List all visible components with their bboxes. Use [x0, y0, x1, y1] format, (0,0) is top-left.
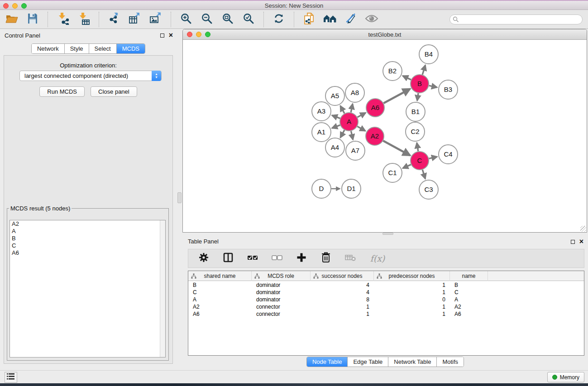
table-tab-network-table[interactable]: Network Table	[388, 357, 437, 367]
column-header-name[interactable]: name	[450, 271, 488, 281]
open-session-button[interactable]	[5, 12, 19, 27]
edge-B-B4[interactable]	[422, 65, 425, 75]
task-history-button[interactable]	[5, 372, 17, 383]
zoom-fit-button[interactable]	[220, 12, 235, 27]
node-A8[interactable]: A8	[345, 83, 364, 102]
edge-A-A6[interactable]	[358, 113, 366, 117]
deselect-all-button[interactable]	[270, 251, 284, 266]
table-row[interactable]: A2connector11A2	[188, 303, 584, 310]
hide-annotations-button[interactable]	[344, 12, 358, 27]
node-C1[interactable]: C1	[383, 163, 402, 182]
node-B3[interactable]: B3	[439, 80, 458, 99]
refresh-button[interactable]	[272, 12, 286, 27]
edge-A2-C[interactable]	[383, 141, 410, 155]
node-C4[interactable]: C4	[439, 145, 458, 164]
table-row[interactable]: Cdominator41C	[188, 289, 584, 296]
edge-B-B1[interactable]	[417, 93, 418, 101]
column-header-successor-nodes[interactable]: successor nodes	[311, 271, 374, 281]
table-tab-edge-table[interactable]: Edge Table	[348, 357, 388, 367]
network-graph[interactable]: AA1A2A3A4A5A6A7A8BB1B2B3B4CC1C2C3C4DD1	[183, 40, 587, 232]
optimization-criterion-select[interactable]: largest connected component (directed) ▲…	[19, 71, 162, 81]
close-panel-button[interactable]: Close panel	[91, 86, 137, 97]
select-all-button[interactable]	[245, 251, 260, 266]
edge-A-A2[interactable]	[357, 126, 365, 131]
function-builder-button-disabled[interactable]: f(x)	[368, 251, 387, 266]
control-tab-style[interactable]: Style	[65, 44, 89, 53]
node-A1[interactable]: A1	[312, 123, 331, 142]
import-network-button[interactable]	[56, 12, 70, 27]
control-tab-mcds[interactable]: MCDS	[117, 44, 145, 53]
export-table-button[interactable]	[128, 12, 142, 27]
node-D[interactable]: D	[312, 179, 331, 198]
export-network-button[interactable]	[107, 12, 121, 27]
mcds-result-item[interactable]: B	[10, 235, 165, 242]
duplicate-network-button[interactable]	[302, 12, 316, 27]
column-header-MCDS-role[interactable]: MCDS role	[252, 271, 311, 281]
edge-A-A4[interactable]	[340, 130, 344, 138]
run-mcds-button[interactable]: Run MCDS	[39, 86, 85, 97]
node-A7[interactable]: A7	[346, 141, 365, 160]
table-settings-button[interactable]	[196, 251, 211, 266]
table-row[interactable]: Adominator80A	[188, 296, 584, 303]
node-C[interactable]: C	[411, 152, 429, 170]
import-table-button[interactable]	[76, 12, 91, 27]
search-input[interactable]	[449, 14, 583, 24]
memory-button[interactable]: Memory	[547, 372, 584, 382]
node-B4[interactable]: B4	[419, 45, 438, 64]
close-table-panel-icon[interactable]: ×	[579, 239, 583, 244]
result-scrollbar[interactable]	[160, 220, 165, 357]
node-C2[interactable]: C2	[406, 122, 425, 141]
vertical-divider-grip[interactable]	[177, 192, 182, 203]
zoom-selected-button[interactable]	[241, 12, 256, 27]
control-tab-network[interactable]: Network	[32, 44, 65, 53]
horizontal-divider-grip[interactable]	[382, 233, 393, 235]
column-header-predecessor-nodes[interactable]: predecessor nodes	[374, 271, 450, 281]
edge-A-A7[interactable]	[351, 131, 353, 140]
table-tab-node-table[interactable]: Node Table	[307, 357, 348, 367]
resize-grip-icon[interactable]	[580, 226, 586, 232]
node-A[interactable]: A	[340, 113, 358, 131]
edge-C-C3[interactable]	[422, 170, 425, 179]
node-B2[interactable]: B2	[383, 62, 402, 81]
float-table-panel-icon[interactable]	[571, 240, 575, 244]
mcds-result-item[interactable]: A2	[10, 220, 165, 228]
node-B[interactable]: B	[411, 75, 429, 93]
control-tab-select[interactable]: Select	[89, 44, 117, 53]
column-visibility-button[interactable]	[221, 251, 235, 266]
mcds-result-item[interactable]: C	[10, 242, 165, 249]
home-view-button[interactable]	[323, 12, 337, 27]
edge-A-A3[interactable]	[332, 115, 340, 119]
edge-A-A8[interactable]	[351, 104, 353, 113]
save-session-button[interactable]	[25, 12, 40, 27]
network-canvas[interactable]: AA1A2A3A4A5A6A7A8BB1B2B3B4CC1C2C3C4DD1	[183, 40, 587, 232]
edge-A6-B[interactable]	[384, 89, 410, 103]
add-column-button[interactable]	[294, 251, 309, 266]
close-panel-icon[interactable]: ×	[169, 33, 173, 38]
edge-A-A5[interactable]	[340, 106, 344, 114]
edge-B-B2[interactable]	[403, 76, 411, 80]
node-A6[interactable]: A6	[366, 99, 384, 117]
zoom-out-button[interactable]	[200, 12, 214, 27]
node-A3[interactable]: A3	[312, 102, 331, 121]
network-window-titlebar[interactable]: testGlobe.txt	[183, 29, 587, 40]
node-D1[interactable]: D1	[342, 179, 361, 198]
edge-A-A1[interactable]	[332, 125, 340, 128]
node-A5[interactable]: A5	[325, 86, 344, 105]
edge-C-C2[interactable]	[417, 143, 418, 152]
edge-C-C1[interactable]	[403, 165, 411, 168]
column-header-shared-name[interactable]: shared name	[188, 271, 252, 281]
edge-B-B3[interactable]	[429, 86, 437, 87]
mcds-result-item[interactable]: A	[10, 228, 165, 235]
mcds-result-item[interactable]: A6	[10, 249, 165, 257]
export-image-button[interactable]	[148, 12, 163, 27]
show-graphics-button[interactable]	[364, 12, 379, 27]
zoom-in-button[interactable]	[179, 12, 193, 27]
delete-column-button[interactable]	[319, 251, 333, 266]
node-A4[interactable]: A4	[325, 138, 344, 157]
node-A2[interactable]: A2	[366, 127, 384, 145]
node-C3[interactable]: C3	[419, 180, 438, 199]
delete-table-button-disabled[interactable]	[343, 251, 358, 266]
table-row[interactable]: Bdominator41B	[188, 281, 584, 289]
table-row[interactable]: A6connector11A6	[188, 310, 584, 318]
node-B1[interactable]: B1	[406, 102, 425, 121]
